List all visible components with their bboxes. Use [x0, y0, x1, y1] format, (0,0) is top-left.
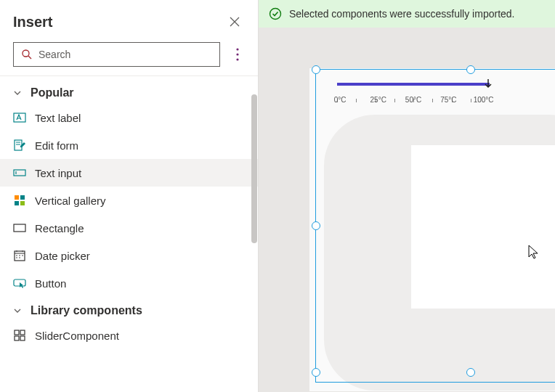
success-banner: Selected components were successfully im… — [259, 0, 555, 28]
svg-rect-12 — [20, 195, 25, 200]
item-date-picker[interactable]: Date picker — [0, 242, 258, 269]
selection-outline[interactable] — [315, 69, 555, 383]
chevron-down-icon — [13, 89, 23, 97]
banner-message: Selected components were successfully im… — [289, 8, 514, 20]
panel-title: Insert — [13, 14, 52, 30]
component-icon — [13, 329, 26, 342]
svg-rect-5 — [14, 113, 25, 122]
section-title: Popular — [31, 86, 74, 99]
svg-rect-13 — [15, 201, 19, 205]
check-circle-icon — [269, 7, 282, 20]
svg-rect-28 — [15, 336, 19, 340]
panel-header: Insert — [0, 0, 258, 38]
item-vertical-gallery[interactable]: Vertical gallery — [0, 187, 258, 214]
svg-point-0 — [23, 50, 29, 57]
svg-rect-29 — [20, 336, 25, 340]
svg-rect-11 — [15, 195, 19, 200]
svg-point-24 — [19, 257, 20, 258]
search-row — [0, 38, 258, 75]
item-label: Button — [35, 277, 66, 290]
canvas-area: Selected components were successfully im… — [259, 0, 555, 392]
svg-point-4 — [236, 58, 238, 60]
svg-point-2 — [236, 48, 238, 50]
more-vertical-icon — [236, 48, 239, 61]
text-input-icon — [13, 166, 26, 179]
vertical-gallery-icon — [13, 194, 26, 207]
search-icon — [21, 49, 33, 60]
svg-rect-6 — [15, 140, 22, 150]
search-input[interactable] — [39, 49, 212, 60]
item-label: Text input — [35, 167, 81, 179]
date-picker-icon — [13, 249, 26, 262]
item-text-label[interactable]: Text label — [0, 104, 258, 131]
item-slider-component[interactable]: SliderComponent — [0, 322, 258, 349]
section-title: Library components — [31, 304, 142, 317]
edit-form-icon — [13, 139, 26, 152]
section-popular[interactable]: Popular — [0, 79, 258, 104]
selection-handle[interactable] — [466, 65, 475, 74]
selection-handle[interactable] — [312, 65, 320, 74]
item-text-input[interactable]: Text input — [0, 159, 258, 187]
selection-handle[interactable] — [466, 368, 475, 377]
svg-rect-15 — [14, 224, 25, 232]
chevron-down-icon — [13, 306, 23, 315]
item-edit-form[interactable]: Edit form — [0, 131, 258, 159]
rectangle-icon — [13, 221, 26, 234]
item-label: Date picker — [35, 250, 90, 262]
insert-panel: Insert Popular Text label — [0, 0, 259, 392]
close-button[interactable] — [224, 12, 245, 32]
scrollbar[interactable] — [251, 94, 257, 243]
svg-rect-9 — [14, 170, 25, 176]
svg-rect-14 — [20, 201, 25, 205]
close-icon — [229, 16, 240, 28]
selection-handle[interactable] — [312, 221, 320, 230]
svg-point-20 — [16, 255, 17, 256]
svg-point-30 — [270, 9, 281, 20]
svg-point-22 — [22, 255, 23, 256]
component-tree: Popular Text label Edit form Text input — [0, 76, 258, 392]
item-label: Text label — [35, 112, 81, 124]
search-box[interactable] — [13, 42, 220, 67]
svg-rect-26 — [15, 330, 19, 335]
button-icon — [13, 277, 26, 290]
item-rectangle[interactable]: Rectangle — [0, 214, 258, 242]
svg-line-1 — [28, 56, 31, 59]
item-label: SliderComponent — [35, 330, 119, 342]
svg-point-3 — [236, 53, 238, 55]
item-button[interactable]: Button — [0, 269, 258, 297]
more-button[interactable] — [230, 44, 245, 65]
svg-point-21 — [19, 255, 20, 256]
item-label: Edit form — [35, 139, 78, 152]
selection-handle[interactable] — [312, 368, 320, 377]
item-label: Vertical gallery — [35, 195, 106, 207]
svg-point-23 — [16, 257, 17, 258]
svg-rect-27 — [20, 330, 25, 335]
text-label-icon — [13, 111, 26, 124]
item-label: Rectangle — [35, 222, 84, 234]
section-library[interactable]: Library components — [0, 297, 258, 322]
